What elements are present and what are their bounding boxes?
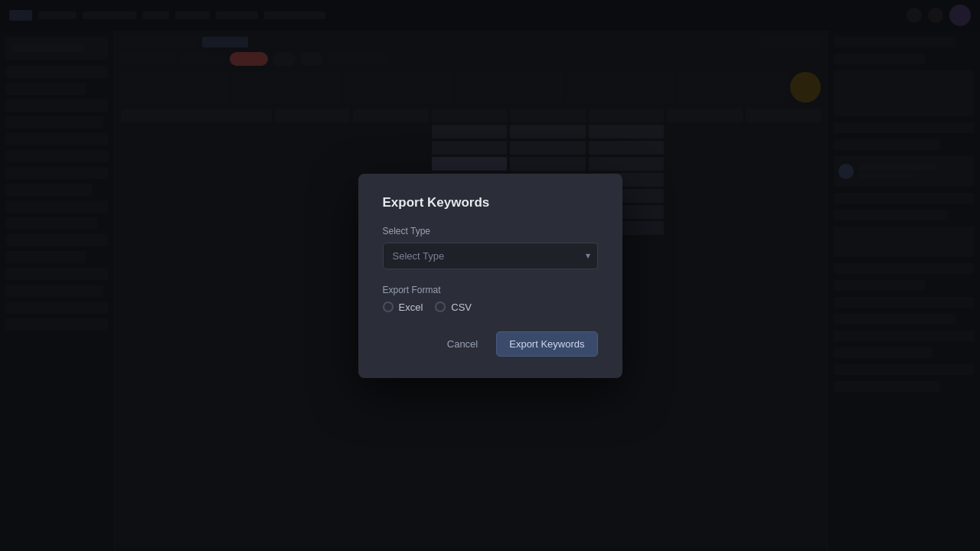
modal-overlay: Export Keywords Select Type Select Type … [0, 0, 980, 551]
csv-option[interactable]: CSV [435, 302, 472, 313]
excel-radio[interactable] [383, 302, 394, 312]
modal-title: Export Keywords [383, 195, 598, 210]
export-format-section: Export Format Excel CSV [383, 285, 598, 313]
csv-radio[interactable] [435, 302, 446, 312]
excel-label: Excel [399, 302, 423, 313]
excel-option[interactable]: Excel [383, 302, 423, 313]
format-options: Excel CSV [383, 302, 598, 313]
select-type-label: Select Type [383, 226, 598, 236]
export-keywords-button[interactable]: Export Keywords [496, 331, 597, 357]
select-type-dropdown[interactable]: Select Type [383, 243, 598, 269]
cancel-button[interactable]: Cancel [436, 332, 488, 356]
csv-label: CSV [451, 302, 472, 313]
modal-actions: Cancel Export Keywords [383, 331, 598, 357]
export-keywords-modal: Export Keywords Select Type Select Type … [358, 174, 622, 378]
select-type-wrapper: Select Type ▾ [383, 243, 598, 269]
export-format-label: Export Format [383, 285, 598, 295]
